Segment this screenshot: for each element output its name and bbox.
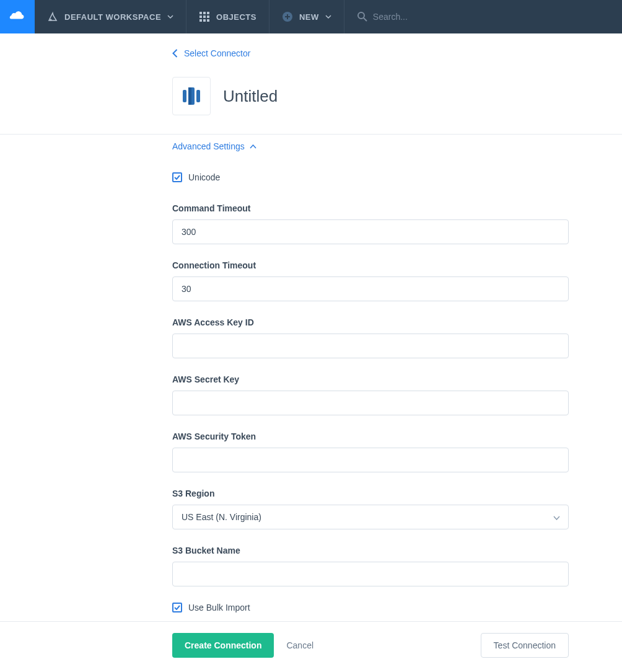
- advanced-settings-toggle[interactable]: Advanced Settings: [172, 141, 256, 151]
- command-timeout-group: Command Timeout: [172, 203, 569, 244]
- app-logo[interactable]: [0, 0, 35, 33]
- svg-rect-3: [207, 12, 209, 14]
- redshift-icon: [180, 85, 203, 107]
- test-connection-button[interactable]: Test Connection: [481, 633, 569, 658]
- check-icon: [174, 605, 180, 610]
- use-bulk-import-checkbox[interactable]: [172, 603, 182, 612]
- aws-secret-key-group: AWS Secret Key: [172, 374, 569, 415]
- new-label: NEW: [299, 12, 319, 22]
- workspace-icon: [47, 11, 58, 22]
- page-title: Untitled: [223, 87, 278, 106]
- s3-region-label: S3 Region: [172, 489, 569, 498]
- workspace-label: DEFAULT WORKSPACE: [64, 12, 161, 22]
- svg-rect-14: [196, 90, 200, 102]
- form-body: Advanced Settings Unicode Command Timeou…: [172, 135, 569, 612]
- aws-security-token-label: AWS Security Token: [172, 431, 569, 441]
- back-label: Select Connector: [184, 48, 250, 58]
- connection-timeout-input[interactable]: [172, 276, 569, 301]
- aws-access-key-label: AWS Access Key ID: [172, 317, 569, 327]
- title-row: Untitled: [172, 77, 569, 115]
- aws-security-token-input[interactable]: [172, 448, 569, 472]
- page-header: Select Connector Untitled: [0, 33, 622, 135]
- svg-rect-5: [203, 15, 206, 18]
- unicode-label: Unicode: [188, 172, 220, 182]
- new-menu[interactable]: NEW: [269, 0, 344, 33]
- aws-secret-key-input[interactable]: [172, 391, 569, 415]
- svg-rect-8: [203, 19, 206, 22]
- svg-rect-12: [183, 90, 186, 102]
- objects-menu[interactable]: OBJECTS: [186, 0, 269, 33]
- svg-point-11: [358, 12, 364, 19]
- svg-rect-1: [199, 12, 202, 14]
- svg-rect-9: [207, 19, 209, 22]
- advanced-settings-label: Advanced Settings: [172, 141, 245, 151]
- objects-label: OBJECTS: [216, 12, 256, 22]
- grid-icon: [199, 11, 210, 22]
- cancel-button[interactable]: Cancel: [286, 640, 313, 650]
- use-bulk-import-label: Use Bulk Import: [188, 603, 250, 612]
- aws-access-key-input[interactable]: [172, 334, 569, 358]
- connector-icon-tile: [172, 77, 211, 115]
- svg-rect-4: [199, 15, 202, 18]
- chevron-up-icon: [250, 144, 256, 149]
- aws-secret-key-label: AWS Secret Key: [172, 374, 569, 384]
- back-link[interactable]: Select Connector: [172, 48, 250, 58]
- svg-rect-2: [203, 12, 206, 14]
- check-icon: [174, 175, 180, 180]
- s3-region-group: S3 Region: [172, 489, 569, 529]
- svg-rect-15: [188, 87, 191, 105]
- connection-timeout-label: Connection Timeout: [172, 260, 569, 270]
- use-bulk-import-row: Use Bulk Import: [172, 603, 569, 612]
- search-input[interactable]: [373, 12, 481, 22]
- aws-security-token-group: AWS Security Token: [172, 431, 569, 472]
- connection-timeout-group: Connection Timeout: [172, 260, 569, 301]
- cloud-logo-icon: [9, 8, 26, 25]
- svg-rect-7: [199, 19, 202, 22]
- s3-bucket-label: S3 Bucket Name: [172, 546, 569, 555]
- plus-circle-icon: [282, 11, 293, 22]
- aws-access-key-group: AWS Access Key ID: [172, 317, 569, 358]
- command-timeout-input[interactable]: [172, 219, 569, 244]
- workspace-menu[interactable]: DEFAULT WORKSPACE: [35, 0, 186, 33]
- create-connection-button[interactable]: Create Connection: [172, 633, 274, 658]
- chevron-down-icon: [325, 12, 331, 22]
- command-timeout-label: Command Timeout: [172, 203, 569, 213]
- chevron-left-icon: [172, 49, 178, 58]
- search-icon: [357, 11, 368, 22]
- s3-region-select[interactable]: [172, 505, 569, 529]
- top-navigation: DEFAULT WORKSPACE OBJECTS NEW: [0, 0, 622, 33]
- unicode-row: Unicode: [172, 172, 569, 182]
- chevron-down-icon: [167, 12, 173, 22]
- s3-bucket-input[interactable]: [172, 562, 569, 586]
- footer: Create Connection Cancel Test Connection: [0, 621, 622, 672]
- unicode-checkbox[interactable]: [172, 172, 182, 182]
- svg-point-0: [50, 19, 52, 21]
- s3-bucket-group: S3 Bucket Name: [172, 546, 569, 586]
- svg-rect-6: [207, 15, 209, 18]
- search-area: [344, 0, 622, 33]
